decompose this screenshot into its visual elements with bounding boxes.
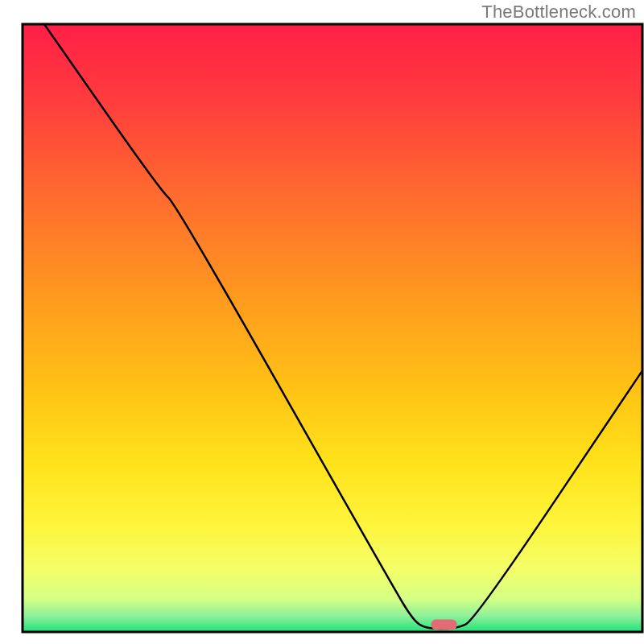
bottleneck-chart [0,0,644,644]
gradient-background [23,24,642,632]
optimal-point-marker [431,619,457,630]
watermark-text: TheBottleneck.com [481,2,636,23]
chart-container: TheBottleneck.com [0,0,644,644]
